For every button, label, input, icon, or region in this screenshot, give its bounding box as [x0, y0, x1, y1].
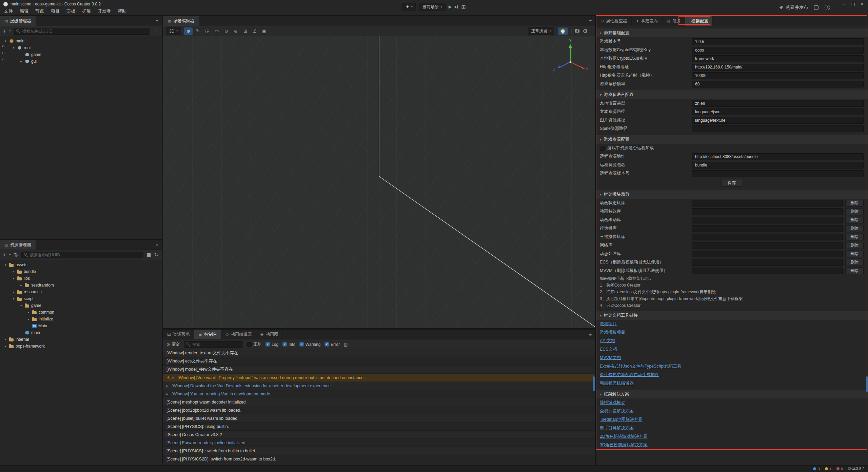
expand-arrow[interactable] — [5, 345, 9, 348]
panel-menu-icon[interactable]: ≡ — [589, 330, 592, 339]
tree-node[interactable]: initialize — [0, 316, 162, 322]
close-button[interactable]: × — [861, 2, 863, 6]
tree-node[interactable]: game — [0, 51, 162, 58]
expand-arrow[interactable] — [20, 60, 25, 63]
bottom-tab[interactable]: 动画编辑器 — [221, 330, 256, 339]
bottom-tab[interactable]: 动画图 — [256, 330, 283, 339]
text-input[interactable]: 60 — [692, 81, 864, 87]
menu-item[interactable]: 项目 — [47, 7, 63, 15]
tree-node[interactable]: main — [0, 329, 162, 336]
doc-link[interactable]: ECS文档 — [600, 347, 617, 352]
section-header[interactable]: 框架文档工具链接 — [596, 311, 868, 320]
tree-node[interactable]: bundle — [0, 268, 162, 275]
doc-link[interactable]: 游戏模板项目 — [600, 330, 625, 335]
refresh-icon[interactable]: ↻ — [154, 252, 159, 258]
text-input[interactable]: bundle — [692, 162, 864, 169]
text-input[interactable]: language/json — [692, 109, 864, 115]
text-input[interactable]: framework — [692, 55, 864, 62]
list-options-icon[interactable]: ⋮ — [153, 28, 159, 34]
text-input[interactable] — [692, 208, 843, 215]
doc-link[interactable]: 战棋游戏框架 — [600, 400, 625, 406]
hierarchy-search-input[interactable] — [22, 29, 147, 34]
delete-button[interactable]: 删除 — [845, 259, 864, 266]
section-header[interactable]: 框架解决方案 — [596, 390, 868, 398]
text-input[interactable]: zh,en — [692, 100, 864, 107]
lighting-toggle[interactable] — [558, 27, 568, 35]
warning-count-badge[interactable]: 1 — [825, 467, 831, 471]
build-tasks-icon[interactable] — [814, 5, 818, 10]
console-log-row[interactable]: [Scene] [box2d]:box2d wasm lib loaded. — [163, 406, 595, 414]
expand-arrow[interactable] — [166, 392, 172, 396]
text-input[interactable] — [692, 242, 843, 249]
expand-arrow[interactable] — [166, 384, 172, 388]
dimension-toggle[interactable]: 3D ▾ — [166, 27, 181, 35]
tool-button[interactable] — [260, 27, 269, 35]
section-header[interactable]: 游戏基础配置 — [596, 28, 868, 37]
tree-node[interactable]: root — [0, 44, 162, 51]
orientation-gizmo[interactable]: Y X Z — [552, 37, 589, 74]
expand-arrow[interactable] — [13, 277, 17, 280]
play-button[interactable]: ▶ — [449, 4, 452, 9]
expand-arrow[interactable] — [20, 304, 25, 307]
info-count-badge[interactable]: 3 — [813, 467, 820, 471]
console-log-row[interactable]: [Scene] Cocos Creator v3.8.2 — [163, 431, 595, 439]
save-button[interactable]: 保存 — [721, 179, 742, 186]
tree-node[interactable]: main — [0, 38, 162, 44]
tool-button[interactable] — [250, 27, 259, 35]
build-publish-button[interactable]: 构建并发布 — [779, 4, 808, 11]
text-input[interactable]: http://localhost:8083/assets/bundle — [692, 153, 864, 160]
expand-arrow[interactable] — [28, 317, 32, 321]
delete-button[interactable]: 删除 — [845, 234, 864, 240]
help-icon[interactable]: ? — [825, 5, 830, 10]
console-search[interactable] — [184, 341, 243, 348]
panel-menu-icon[interactable]: ≡ — [156, 16, 158, 26]
tab-hierarchy[interactable]: ▤ 层级管理器 — [0, 16, 36, 26]
open-log-file-icon[interactable]: ▤ — [344, 342, 348, 347]
console-log-row[interactable]: [Scene] [PHYSICS]: switch from builtin t… — [163, 447, 595, 455]
menu-item[interactable]: 扩展 — [79, 7, 94, 15]
bottom-tab[interactable]: 资源预览 — [163, 330, 194, 339]
tab-scene-editor[interactable]: ▦ 场景编辑器 — [163, 16, 199, 26]
menu-item[interactable]: 帮助 — [114, 7, 130, 15]
filter-checkbox[interactable]: Error — [324, 342, 340, 347]
tool-button[interactable] — [241, 27, 250, 35]
inspector-tab[interactable]: 框架配置 — [685, 16, 713, 26]
checkbox[interactable] — [600, 146, 605, 151]
tree-node[interactable]: seedrandom — [0, 282, 162, 289]
section-header[interactable]: 框架模块裁剪 — [596, 190, 868, 199]
tree-node[interactable]: internal — [0, 336, 162, 343]
filter-checkbox[interactable]: Info — [282, 342, 295, 347]
console-search-input[interactable] — [192, 342, 240, 347]
console-log-row[interactable]: [Scene] [bullet]:bullet wasm lib loaded. — [163, 414, 595, 422]
doc-link[interactable]: MVVM文档 — [600, 355, 621, 361]
text-input[interactable] — [692, 234, 843, 240]
delete-button[interactable]: 删除 — [845, 251, 864, 257]
delete-button[interactable]: 删除 — [845, 225, 864, 232]
tree-node[interactable]: Main — [0, 322, 162, 329]
view-mode-select[interactable]: 正常浏览 ▾ — [528, 27, 554, 35]
tree-node[interactable]: assets — [0, 261, 162, 268]
tool-button[interactable] — [231, 27, 240, 35]
gear-icon[interactable]: ⚙ — [583, 28, 588, 34]
text-input[interactable]: language/texture — [692, 117, 864, 124]
chevron-down-icon[interactable]: ▾ — [9, 253, 11, 256]
console-log-row[interactable]: [Window] ecs文件夹不存在 — [163, 357, 595, 366]
text-input[interactable] — [692, 268, 843, 274]
doc-link[interactable]: 全栈开发解决方案 — [600, 408, 634, 414]
text-input[interactable]: 1.0.5 — [692, 38, 864, 45]
expand-arrow[interactable] — [28, 311, 32, 314]
text-input[interactable] — [692, 217, 843, 223]
collapse-all-icon[interactable]: ⇅ — [14, 252, 18, 258]
inspector-tab[interactable]: 构建发布 — [632, 16, 663, 26]
console-log-row[interactable]: [Window] Download the Vue Devtools exten… — [163, 382, 595, 390]
maximize-button[interactable]: ▢ — [851, 2, 855, 6]
tool-button[interactable] — [184, 27, 193, 35]
delete-button[interactable]: 删除 — [845, 208, 864, 215]
tree-node[interactable]: common — [0, 309, 162, 316]
text-input[interactable]: http://192.168.0.150/main/ — [692, 64, 864, 71]
menu-item[interactable]: 面板 — [63, 7, 79, 15]
text-input[interactable] — [692, 170, 864, 177]
text-input[interactable] — [692, 259, 843, 266]
step-frame-button[interactable] — [455, 5, 458, 8]
bottom-tab[interactable]: 控制台 — [194, 330, 221, 339]
